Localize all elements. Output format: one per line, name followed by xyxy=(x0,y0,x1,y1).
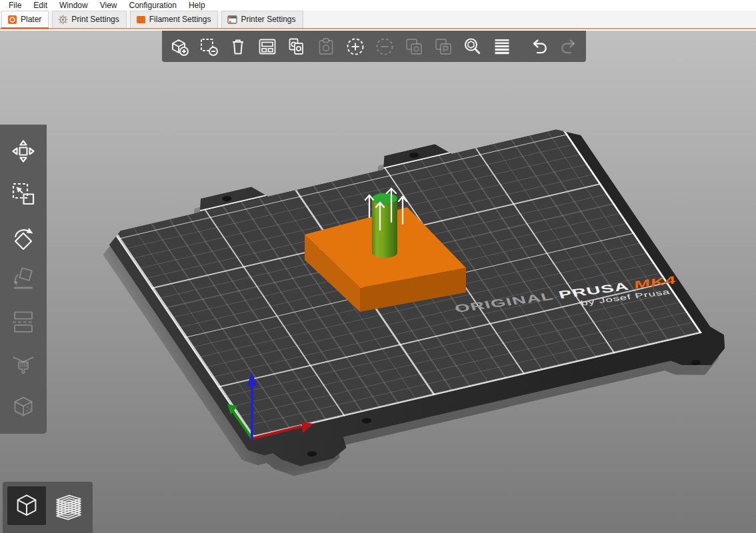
bed-screw-hole xyxy=(306,450,319,458)
variable-layer-height-button[interactable] xyxy=(487,31,517,61)
menu-file[interactable]: File xyxy=(3,0,27,11)
add-instance-button[interactable] xyxy=(341,31,370,61)
gizmo-toolbar xyxy=(0,125,47,434)
viewport-3d[interactable]: ORIGINAL PRUSA MK4 by Josef Prusa xyxy=(0,31,756,533)
redo-icon xyxy=(559,37,579,57)
cut-icon xyxy=(10,308,37,335)
cube-view-icon xyxy=(12,491,41,520)
split-to-objects-button[interactable] xyxy=(399,31,429,61)
paste-button[interactable] xyxy=(311,31,341,61)
menu-edit[interactable]: Edit xyxy=(27,0,53,11)
seam-position-tool-button[interactable] xyxy=(0,386,47,428)
trash-icon xyxy=(228,37,248,57)
menu-configuration[interactable]: Configuration xyxy=(123,0,183,11)
tab-label: Plater xyxy=(21,15,41,24)
prusaslicer-window: File Edit Window View Configuration Help… xyxy=(0,0,756,533)
undo-button[interactable] xyxy=(525,31,554,61)
bed-screw-hole xyxy=(361,417,373,424)
paint-icon xyxy=(10,351,37,378)
add-icon xyxy=(169,37,189,57)
split-to-parts-button[interactable] xyxy=(429,31,458,61)
search-button[interactable] xyxy=(458,31,487,61)
tab-filament-settings[interactable]: Filament Settings xyxy=(130,11,219,28)
bed-screw-hole xyxy=(408,152,421,159)
cut-tool-button[interactable] xyxy=(0,300,47,343)
paint-on-supports-tool-button[interactable] xyxy=(0,343,47,386)
delete-icon xyxy=(199,37,219,57)
main-toolbar xyxy=(162,31,586,62)
search-icon xyxy=(463,37,483,57)
remove-instance-icon xyxy=(375,37,395,57)
bed-screw-hole xyxy=(221,195,233,203)
split-parts-icon xyxy=(433,37,453,57)
tab-label: Filament Settings xyxy=(149,15,211,24)
layers-icon xyxy=(492,37,512,57)
move-tool-button[interactable] xyxy=(0,130,47,173)
tab-label: Printer Settings xyxy=(241,15,295,24)
tab-label: Print Settings xyxy=(71,15,119,24)
layers-view-icon xyxy=(53,490,85,522)
delete-all-button[interactable] xyxy=(223,31,253,61)
split-objects-icon xyxy=(404,37,424,57)
tab-plater[interactable]: Plater xyxy=(1,11,49,28)
menu-help[interactable]: Help xyxy=(183,0,211,11)
tab-print-settings[interactable]: Print Settings xyxy=(52,11,126,28)
redo-button[interactable] xyxy=(554,31,583,61)
copy-button[interactable] xyxy=(282,31,311,61)
bed-screw-hole xyxy=(690,359,703,366)
menu-bar: File Edit Window View Configuration Help xyxy=(0,0,756,11)
rotate-tool-button[interactable] xyxy=(0,215,47,258)
gear-icon xyxy=(58,15,68,25)
arrange-button[interactable] xyxy=(253,31,282,61)
3d-editor-view-button[interactable] xyxy=(7,486,46,525)
plater-icon xyxy=(7,15,17,25)
tab-bar: Plater Print Settings Filament Se xyxy=(0,11,756,29)
tab-printer-settings[interactable]: Printer Settings xyxy=(221,11,303,28)
move-icon xyxy=(10,138,37,165)
filament-icon xyxy=(136,15,146,25)
preview-view-button[interactable] xyxy=(49,486,88,525)
paste-icon xyxy=(316,37,336,57)
undo-icon xyxy=(529,37,549,57)
add-instance-icon xyxy=(345,37,365,57)
menu-window[interactable]: Window xyxy=(53,0,94,11)
remove-instance-button[interactable] xyxy=(370,31,399,61)
scale-tool-button[interactable] xyxy=(0,173,47,215)
arrange-icon xyxy=(257,37,277,57)
place-on-face-icon xyxy=(10,266,37,292)
scale-icon xyxy=(10,181,37,207)
copy-icon xyxy=(287,37,307,57)
seam-icon xyxy=(10,394,37,420)
view-mode-bar xyxy=(3,482,93,533)
rotate-icon xyxy=(10,223,37,250)
printer-icon xyxy=(227,15,237,25)
delete-object-button[interactable] xyxy=(194,31,223,61)
menu-view[interactable]: View xyxy=(94,0,123,11)
add-object-button[interactable] xyxy=(165,31,194,61)
place-on-face-tool-button[interactable] xyxy=(0,258,47,300)
